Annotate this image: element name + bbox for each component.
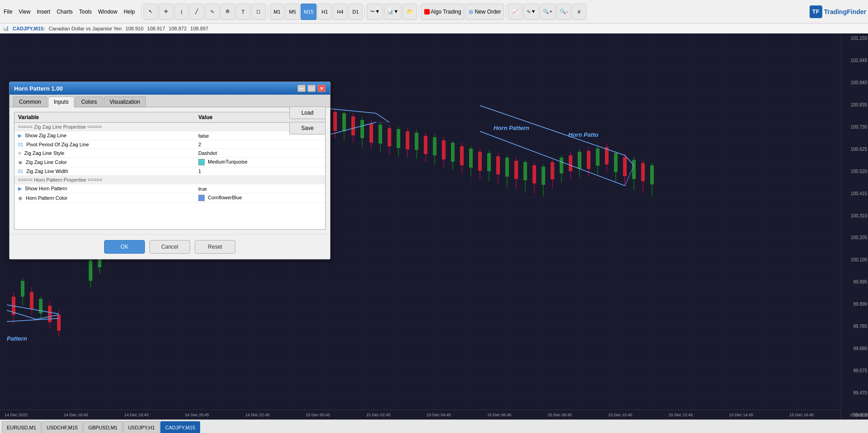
price-13: 99.890: [842, 302, 867, 307]
symbol-name: CADJPY,M15:: [13, 26, 45, 31]
val-zigzag-style[interactable]: Dashdot: [195, 149, 325, 158]
svg-rect-15: [89, 260, 92, 281]
table-row[interactable]: ▶ Show Zig Zag Line false: [14, 131, 325, 140]
tf-h1[interactable]: H1: [317, 4, 332, 20]
template-btn[interactable]: 📁: [403, 4, 417, 20]
tools-menu[interactable]: Tools: [77, 9, 94, 15]
maximize-btn[interactable]: □: [307, 85, 316, 92]
price-3: 100.940: [842, 80, 867, 85]
svg-rect-89: [451, 143, 455, 162]
val-show-horn[interactable]: true: [195, 184, 325, 193]
val-horn-color[interactable]: CornflowerBlue: [195, 193, 325, 203]
load-btn[interactable]: Load: [289, 106, 326, 119]
svg-rect-93: [469, 149, 473, 168]
grid-btn[interactable]: #: [572, 4, 586, 20]
toolbar: File View Insert Charts Tools Window Hel…: [0, 0, 868, 24]
tab-usdjpy-h1[interactable]: USDJPY,H1: [123, 421, 160, 433]
svg-rect-13: [57, 315, 61, 331]
tab-usdchf-m15[interactable]: USDCHF,M15: [42, 421, 83, 433]
time-7: 15 Dec 04:45: [427, 413, 451, 417]
chart-type-btn[interactable]: 〜▼: [367, 4, 383, 20]
indicators-btn[interactable]: 📈: [508, 4, 523, 20]
tab-gbpusd-m1[interactable]: GBPUSD,M1: [83, 421, 123, 433]
file-menu[interactable]: File: [2, 9, 14, 15]
price-9: 100.310: [842, 213, 867, 218]
table-row[interactable]: ▶ Show Horn Pattern true: [14, 184, 325, 193]
shapes-tool[interactable]: ◻: [251, 4, 266, 20]
number-icon-2: 01: [18, 169, 23, 174]
svg-rect-103: [514, 161, 518, 179]
symbol-description: Canadian Dollar vs Japanise Yen: [49, 26, 122, 31]
properties-table-wrapper: Variable Value ===== Zig: [14, 112, 326, 230]
insert-menu[interactable]: Insert: [35, 9, 52, 15]
ok-btn[interactable]: OK: [104, 240, 145, 254]
time-4: 14 Dec 22:45: [245, 413, 270, 417]
table-row[interactable]: 01 Pivot Period Of Zig Zag Line 2: [14, 140, 325, 149]
new-order-btn[interactable]: ⊕ New Order: [465, 4, 504, 20]
tab-colors[interactable]: Colors: [75, 96, 103, 107]
crosshair-tool[interactable]: ✛: [159, 4, 173, 20]
text-tool[interactable]: T: [236, 4, 250, 20]
cursor-tool[interactable]: ↖: [144, 4, 158, 20]
zoom-in-btn[interactable]: 🔍+: [540, 4, 555, 20]
save-btn[interactable]: Save: [289, 122, 326, 135]
svg-rect-133: [650, 165, 654, 184]
window-menu[interactable]: Window: [96, 9, 120, 15]
val-zigzag-width[interactable]: 1: [195, 167, 325, 176]
svg-rect-113: [560, 158, 563, 173]
val-zigzag-color[interactable]: MediumTurquoise: [195, 158, 325, 167]
time-0: 14 Dec 2022: [5, 413, 28, 417]
charts-menu[interactable]: Charts: [55, 9, 74, 15]
curve-tool[interactable]: ∿: [205, 4, 220, 20]
algo-trading-btn[interactable]: Algo Trading: [421, 4, 464, 20]
table-row[interactable]: 01 Zig Zag Line Width 1: [14, 167, 325, 176]
time-14: 15 Dec 18:45: [850, 413, 868, 417]
price-7: 100.520: [842, 169, 867, 174]
svg-rect-69: [360, 120, 364, 138]
chart-icon: 📊: [3, 25, 9, 31]
close-btn[interactable]: ✕: [317, 85, 326, 92]
zoom-out-btn[interactable]: 🔍-: [556, 4, 571, 20]
tab-common[interactable]: Common: [13, 96, 47, 107]
minimize-btn[interactable]: —: [297, 85, 306, 92]
chart-area: 101.150 101.045 100.940 100.835 100.730 …: [0, 34, 868, 419]
table-row[interactable]: ◉ Horn Pattern Color CornflowerBlue: [14, 193, 325, 203]
candlestick-btn[interactable]: 📊▼: [384, 4, 402, 20]
tf-m1[interactable]: M1: [270, 4, 284, 20]
price-open: 108.910: [125, 26, 144, 31]
price-close: 108.897: [190, 26, 208, 31]
tab-inputs[interactable]: Inputs: [48, 96, 75, 107]
svg-rect-125: [614, 153, 618, 172]
tf-m5[interactable]: M5: [285, 4, 300, 20]
tab-visualization[interactable]: Visualization: [104, 96, 146, 107]
separator-5: [506, 5, 506, 19]
trendline-tool[interactable]: ╱: [190, 4, 204, 20]
time-11: 15 Dec 12:45: [669, 413, 693, 417]
minimize-icon: —: [299, 86, 304, 91]
modal-dialog[interactable]: Horn Pattern 1.00 — □ ✕ Common: [9, 82, 331, 260]
reset-btn[interactable]: Reset: [195, 240, 235, 254]
view-menu[interactable]: View: [17, 9, 32, 15]
val-pivot-period[interactable]: 2: [195, 140, 325, 149]
tf-d1[interactable]: D1: [348, 4, 363, 20]
objects-btn[interactable]: ∿▼: [523, 4, 539, 20]
help-menu[interactable]: Help: [122, 9, 137, 15]
table-row[interactable]: ◉ Zig Zag Line Color MediumTurquoise: [14, 158, 325, 167]
channel-tool[interactable]: ⟰: [221, 4, 235, 20]
svg-rect-101: [505, 158, 509, 177]
tf-h4[interactable]: H4: [333, 4, 347, 20]
col-variable: Variable: [14, 112, 195, 123]
svg-rect-87: [442, 140, 446, 159]
vertical-line-tool[interactable]: |: [174, 4, 189, 20]
table-row[interactable]: ≡ Zig Zag Line Style Dashdot: [14, 149, 325, 158]
tf-m15[interactable]: M15: [301, 4, 317, 20]
price-16: 99.575: [842, 368, 867, 373]
svg-rect-79: [406, 131, 409, 149]
price-2: 101.045: [842, 58, 867, 63]
cancel-btn[interactable]: Cancel: [149, 240, 190, 254]
tab-cadjpy-m15[interactable]: CADJPY,M15: [160, 421, 200, 433]
tab-eurusd-m1[interactable]: EURUSD,M1: [2, 421, 41, 433]
modal-title: Horn Pattern 1.00: [14, 85, 63, 92]
var-show-horn: ▶ Show Horn Pattern: [14, 184, 195, 193]
price-5: 100.730: [842, 125, 867, 130]
